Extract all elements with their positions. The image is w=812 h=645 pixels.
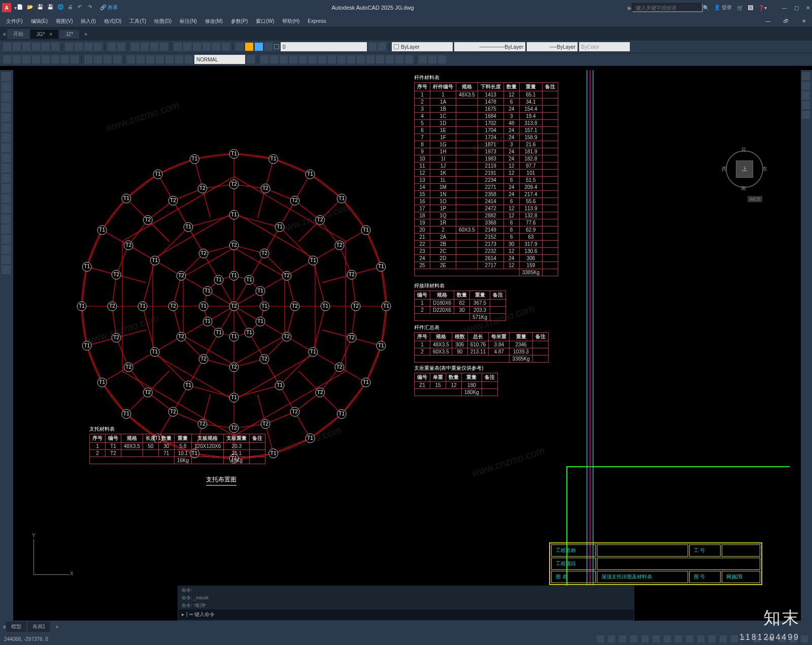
vc-east[interactable]: 东	[762, 166, 767, 173]
dim-linear-icon[interactable]	[3, 55, 11, 63]
min-button[interactable]: —	[782, 5, 787, 11]
sb-polar-icon[interactable]	[641, 635, 649, 642]
tab-start[interactable]: 开始	[7, 29, 29, 39]
menu-view[interactable]: 视图(V)	[53, 17, 76, 26]
draw-block-icon[interactable]	[419, 55, 427, 63]
menu-modify[interactable]: 修改(M)	[202, 17, 226, 26]
tb-zoom-icon[interactable]	[141, 43, 149, 51]
tb-pan-icon[interactable]	[131, 43, 139, 51]
vc-south[interactable]: 南	[741, 185, 746, 192]
mod-fillet-icon[interactable]	[395, 55, 403, 63]
mod-stretch-icon[interactable]	[337, 55, 346, 63]
table-icon[interactable]	[2, 224, 11, 234]
menu-format[interactable]: 格式(O)	[101, 17, 124, 26]
pline-icon[interactable]	[2, 82, 11, 91]
vc-north[interactable]: 北	[741, 146, 746, 153]
layer-dropdown[interactable]: 0	[281, 42, 367, 51]
tb-open-icon[interactable]	[13, 43, 21, 51]
mod-break-icon[interactable]	[366, 55, 375, 63]
ellipse-icon[interactable]	[2, 123, 11, 132]
insert2-icon[interactable]	[2, 164, 11, 173]
sb-sc-icon[interactable]	[720, 635, 727, 642]
menu-toggle-icon[interactable]: ≡	[3, 31, 6, 37]
rect-icon[interactable]	[2, 113, 11, 122]
dim-cont-icon[interactable]	[94, 55, 102, 63]
menu-insert[interactable]: 插入(I)	[78, 17, 98, 26]
mod-move-icon[interactable]	[309, 55, 317, 63]
tb-lock-icon[interactable]	[264, 43, 273, 51]
menu-draw[interactable]: 绘图(D)	[151, 17, 175, 26]
search-input[interactable]	[632, 3, 703, 12]
menu-express[interactable]: Express	[304, 17, 329, 25]
mod-erase-icon[interactable]	[260, 55, 268, 63]
mod-trim-icon[interactable]	[347, 55, 355, 63]
saveas-icon[interactable]: 💾	[47, 4, 54, 11]
sb-model-icon[interactable]	[597, 635, 604, 642]
draw-insert-icon[interactable]	[428, 55, 436, 63]
pan2-icon[interactable]	[802, 82, 810, 90]
sb-grid-icon[interactable]	[608, 635, 615, 642]
addsel-icon[interactable]	[2, 245, 11, 254]
apps-icon[interactable]: 🅰	[748, 5, 753, 11]
login-button[interactable]: 👤 登录	[714, 4, 732, 11]
orbit-icon[interactable]	[802, 101, 810, 109]
full-nav-icon[interactable]	[802, 72, 810, 80]
dim-dia-icon[interactable]	[61, 55, 69, 63]
mod-chamfer-icon[interactable]	[386, 55, 394, 63]
viewcube[interactable]: 北 南 东 西 上	[722, 146, 767, 192]
tb-props-icon[interactable]	[174, 43, 182, 51]
tb-save-icon[interactable]	[22, 43, 30, 51]
tb-new-icon[interactable]	[3, 43, 11, 51]
tb-copy-icon[interactable]	[75, 43, 83, 51]
hatch-icon[interactable]	[2, 133, 11, 142]
menu-help[interactable]: 帮助(H)	[279, 17, 302, 26]
mod-offset-icon[interactable]	[289, 55, 297, 63]
tb-publish-icon[interactable]	[51, 43, 59, 51]
tb-print-icon[interactable]	[32, 43, 40, 51]
tb-redo-icon[interactable]	[117, 43, 125, 51]
tb-layerprev-icon[interactable]	[378, 43, 386, 51]
tb-tp-icon[interactable]	[193, 43, 201, 51]
plotstyle-dropdown[interactable]: ByColor	[579, 42, 630, 51]
share-button[interactable]: 🔗 共享	[100, 4, 118, 11]
web-icon[interactable]: 🌐	[57, 4, 64, 11]
vc-west[interactable]: 西	[722, 166, 727, 173]
tb-markup-icon[interactable]	[212, 43, 220, 51]
tb-match-icon[interactable]	[94, 43, 102, 51]
menu-file[interactable]: 文件(F)	[3, 17, 26, 26]
mod-array-icon[interactable]	[299, 55, 307, 63]
dim-jogl-icon[interactable]	[156, 55, 164, 63]
menubar-close[interactable]: ✕	[799, 17, 809, 25]
mod-extend-icon[interactable]	[357, 55, 365, 63]
block2-icon[interactable]	[2, 174, 11, 183]
lineweight-dropdown[interactable]: ── ByLayer	[527, 42, 578, 51]
gradient-icon[interactable]	[2, 204, 11, 213]
tab-layout-add[interactable]: +	[51, 623, 62, 631]
cart-icon[interactable]: 🛒	[737, 5, 743, 11]
dim-base-icon[interactable]	[84, 55, 92, 63]
dim-tedit-icon[interactable]	[175, 55, 183, 63]
drawing-canvas[interactable]: www.znzmo.com www.znzmo.com www.znzmo.co…	[13, 70, 793, 621]
tb-cut-icon[interactable]	[65, 43, 73, 51]
sb-trans-icon[interactable]	[697, 635, 704, 642]
ellipsearc-icon[interactable]	[2, 153, 11, 163]
sb-ortho-icon[interactable]	[630, 635, 637, 642]
cmd-input[interactable]: ▸┃═ 键入命令	[182, 611, 215, 618]
tab-jz[interactable]: JZ*	[59, 30, 79, 39]
dim-rad-icon[interactable]	[42, 55, 50, 63]
tab-jg[interactable]: JG* ×	[30, 30, 58, 39]
menu-param[interactable]: 参数(P)	[228, 17, 251, 26]
dim-jog-icon[interactable]	[51, 55, 59, 63]
revcloud-icon[interactable]	[2, 265, 11, 274]
tb-dc-icon[interactable]	[183, 43, 191, 51]
zoom2-icon[interactable]	[802, 91, 810, 100]
menu-window[interactable]: 窗口(W)	[253, 17, 277, 26]
dim-cen-icon[interactable]	[137, 55, 145, 63]
dim-aligned-icon[interactable]	[13, 55, 21, 63]
mod-rotate-icon[interactable]	[318, 55, 326, 63]
showmotion-icon[interactable]	[802, 111, 810, 119]
tb-freeze-icon[interactable]	[255, 43, 263, 51]
dim-arc-icon[interactable]	[22, 55, 30, 63]
tab-close-icon[interactable]: ×	[49, 31, 52, 37]
tb-sun-icon[interactable]	[245, 43, 253, 51]
